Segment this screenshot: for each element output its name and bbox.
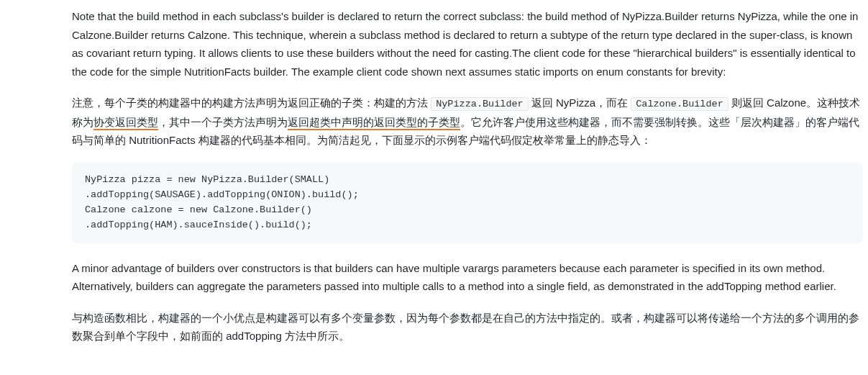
paragraph-english-2: A minor advantage of builders over const… xyxy=(72,259,863,296)
annotation-underline-1: 协变返回类型 xyxy=(93,116,158,130)
cn1-seg1: 注意，每个子类的构建器中的构建方法声明为返回正确的子类：构建的方法 xyxy=(72,96,431,109)
inline-code-nypizza-builder: NyPizza.Builder xyxy=(431,97,529,111)
annotation-underline-2: 返回超类中声明的返回类型的子类型 xyxy=(288,116,460,130)
paragraph-chinese-2: 与构造函数相比，构建器的一个小优点是构建器可以有多个变量参数，因为每个参数都是在… xyxy=(72,309,863,345)
cn1-seg2: 返回 NyPizza，而在 xyxy=(529,96,631,109)
paragraph-english-1: Note that the build method in each subcl… xyxy=(72,7,863,81)
inline-code-calzone-builder: Calzone.Builder xyxy=(631,97,728,111)
cn1-seg4: ，其中一个子类方法声明为 xyxy=(158,116,288,128)
code-block-builder-example: NyPizza pizza = new NyPizza.Builder(SMAL… xyxy=(72,163,863,243)
paragraph-chinese-1: 注意，每个子类的构建器中的构建方法声明为返回正确的子类：构建的方法 NyPizz… xyxy=(72,94,863,150)
